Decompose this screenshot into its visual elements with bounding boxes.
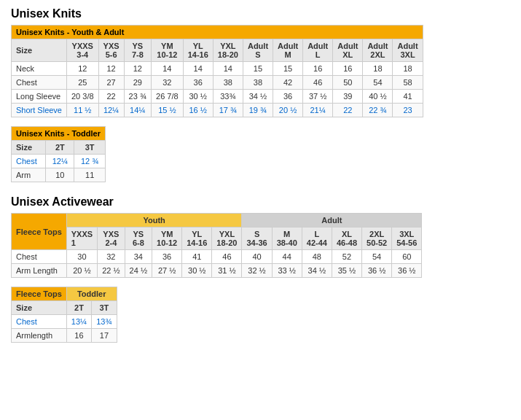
ft-col-s: S34-36 [242, 228, 272, 250]
fleece-tops-ya-wrap: Fleece Tops Youth Adult YXXS1 YXS2-4 YS6… [11, 213, 510, 278]
fleece-tops-toddler-label: Fleece Tops [12, 287, 67, 301]
neck-ys: 12 [124, 62, 151, 76]
youth-group-label: Youth [66, 214, 242, 228]
unisex-activewear-title: Unisex Activewear [11, 195, 510, 209]
ls-l: 37 ½ [303, 90, 333, 104]
neck-2xl: 18 [363, 62, 393, 76]
ft-arm-yl: 30 ½ [182, 264, 212, 278]
col-ym: YM10-12 [152, 39, 184, 62]
ss-3xl: 23 [393, 104, 423, 117]
ss-yxl: 17 ¾ [213, 104, 243, 117]
ft-col-l: L42-44 [302, 228, 332, 250]
chest-yxxs: 25 [66, 76, 98, 90]
chest-yxl: 38 [213, 76, 243, 90]
ss-ym: 15 ½ [152, 104, 184, 117]
ftt-chest-3t: 13¾ [92, 315, 117, 329]
ft-chest-yxxs: 30 [66, 250, 97, 264]
ls-xl: 39 [333, 90, 363, 104]
chest-l: 46 [303, 76, 333, 90]
ftt-arm-2t: 16 [66, 329, 91, 343]
ft-chest-2xl: 54 [362, 250, 392, 264]
ss-yl: 16 ½ [183, 104, 213, 117]
ft-col-ys: YS6-8 [125, 228, 152, 250]
toddler-chest-label: Chest [12, 155, 46, 168]
chest-yl: 36 [183, 76, 213, 90]
ft-arm-xl: 35 ½ [332, 264, 361, 278]
ftt-chest-2t: 13¼ [66, 315, 91, 329]
ft-arm-s: 32 ½ [242, 264, 272, 278]
unisex-knits-section: Unisex Knits Unisex Knits - Youth & Adul… [11, 7, 510, 182]
neck-m: 15 [273, 62, 303, 76]
toddler-chest-3t: 12 ¾ [74, 155, 106, 168]
fleece-tops-toddler-wrap: Fleece Tops Toddler Size 2T 3T Chest 13¼… [11, 287, 510, 343]
ft-chest-ym: 36 [152, 250, 182, 264]
ss-yxs: 12¼ [98, 104, 124, 117]
col-adult-3xl: Adult3XL [393, 39, 423, 62]
ft-arm-3xl: 36 ½ [392, 264, 422, 278]
col-adult-xl: AdultXL [333, 39, 363, 62]
ls-yxs: 22 [98, 90, 124, 104]
ftt-arm-3t: 17 [92, 329, 117, 343]
toddler-header: Unisex Knits - Toddler [12, 127, 106, 141]
ft-arm-l: 34 ½ [302, 264, 332, 278]
ss-xl: 22 [333, 104, 363, 117]
ft-chest-l: 48 [302, 250, 332, 264]
ss-l: 21¼ [303, 104, 333, 117]
ls-3xl: 41 [393, 90, 423, 104]
chest-ys: 29 [124, 76, 151, 90]
chest-m: 42 [273, 76, 303, 90]
ft-arm-ys: 24 ½ [125, 264, 152, 278]
toddler-arm-2t: 10 [46, 168, 74, 182]
youth-adult-table: Unisex Knits - Youth & Adult Size YXXS3-… [11, 25, 423, 117]
toddler-col-size: Size [12, 141, 46, 155]
ss-yxxs: 11 ½ [66, 104, 98, 117]
ftt-col-size: Size [12, 301, 67, 315]
ft-arm-yxxs: 20 ½ [66, 264, 97, 278]
unisex-knits-title: Unisex Knits [11, 7, 510, 20]
ft-chest-label: Chest [12, 250, 67, 264]
ss-m: 20 ½ [273, 104, 303, 117]
ft-chest-yxs: 32 [98, 250, 125, 264]
ft-col-3xl: 3XL54-56 [392, 228, 422, 250]
ft-col-ym: YM10-12 [152, 228, 182, 250]
ft-chest-s: 40 [242, 250, 272, 264]
ft-arm-m: 33 ½ [272, 264, 302, 278]
chest-label: Chest [12, 76, 67, 90]
chest-s: 38 [243, 76, 273, 90]
ft-col-xl: XL46-48 [332, 228, 361, 250]
fleece-tops-ya-table: Fleece Tops Youth Adult YXXS1 YXS2-4 YS6… [11, 213, 422, 278]
ft-col-yxxs: YXXS1 [66, 228, 97, 250]
toddler-arm-3t: 11 [74, 168, 106, 182]
ls-yxl: 33¾ [213, 90, 243, 104]
youth-adult-header: Unisex Knits - Youth & Adult [12, 26, 423, 39]
ft-arm-ym: 27 ½ [152, 264, 182, 278]
col-yxl: YXL18-20 [213, 39, 243, 62]
ftt-col-2t: 2T [66, 301, 91, 315]
neck-ym: 14 [152, 62, 184, 76]
ls-m: 36 [273, 90, 303, 104]
chest-yxs: 27 [98, 76, 124, 90]
ft-col-yl: YL14-16 [182, 228, 212, 250]
adult-group-label: Adult [242, 214, 422, 228]
toddler-table: Unisex Knits - Toddler Size 2T 3T Chest … [11, 126, 106, 182]
ls-yxxs: 20 3/8 [66, 90, 98, 104]
unisex-activewear-section: Unisex Activewear Fleece Tops Youth Adul… [11, 195, 510, 343]
neck-xl: 16 [333, 62, 363, 76]
ls-ys: 23 ¾ [124, 90, 151, 104]
ft-arm-label: Arm Length [12, 264, 67, 278]
col-yxxs: YXXS3-4 [66, 39, 98, 62]
ft-arm-2xl: 36 ½ [362, 264, 392, 278]
ftt-arm-label: Armlength [12, 329, 67, 343]
ft-chest-m: 44 [272, 250, 302, 264]
ftt-col-3t: 3T [92, 301, 117, 315]
neck-yxl: 14 [213, 62, 243, 76]
ss-s: 19 ¾ [243, 104, 273, 117]
col-adult-m: AdultM [273, 39, 303, 62]
ft-chest-xl: 52 [332, 250, 361, 264]
ftt-chest-label: Chest [12, 315, 67, 329]
fleece-tops-toddler-table: Fleece Tops Toddler Size 2T 3T Chest 13¼… [11, 287, 117, 343]
neck-yxxs: 12 [66, 62, 98, 76]
ft-col-yxs: YXS2-4 [98, 228, 125, 250]
neck-label: Neck [12, 62, 67, 76]
ft-chest-3xl: 60 [392, 250, 422, 264]
